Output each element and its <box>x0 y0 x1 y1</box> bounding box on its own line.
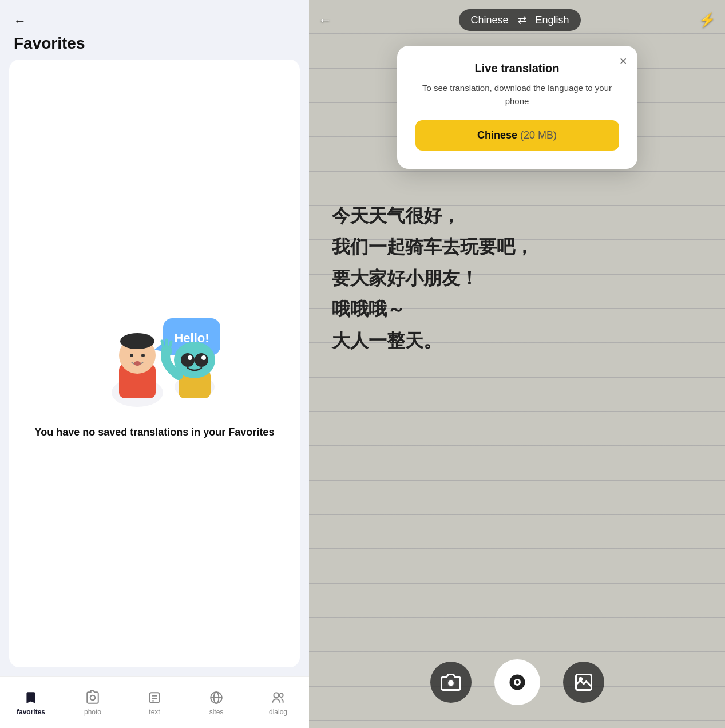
nav-item-text[interactable]: text <box>137 690 172 716</box>
svg-point-20 <box>201 355 206 360</box>
favorites-illustration: Hello! <box>80 287 229 407</box>
svg-point-31 <box>447 680 454 687</box>
lang-pill: Chinese ⇄ English <box>459 9 580 31</box>
download-lang-name: Chinese <box>477 129 517 141</box>
target-lang[interactable]: English <box>536 14 569 26</box>
bottom-controls <box>309 659 725 705</box>
sites-icon <box>208 690 224 706</box>
nav-label-sites: sites <box>209 708 224 716</box>
top-bar: ← Chinese ⇄ English ⚡ <box>309 0 725 40</box>
nav-item-favorites[interactable]: favorites <box>14 690 48 716</box>
svg-point-17 <box>181 353 195 367</box>
svg-line-13 <box>162 341 163 346</box>
camera-capture-icon <box>441 672 461 693</box>
right-panel: 今天天气很好， 我们一起骑车去玩要吧， 要大家好小朋友！ 哦哦哦～ 大人一整天。… <box>309 0 725 728</box>
left-panel: ← Favorites <box>0 0 309 728</box>
download-size: (20 MB) <box>520 129 557 141</box>
nav-label-photo: photo <box>84 708 101 716</box>
modal-title: Live translation <box>415 62 619 75</box>
lang-switcher: Chinese ⇄ English <box>341 9 699 31</box>
nav-item-sites[interactable]: sites <box>199 690 233 716</box>
modal-close-button[interactable]: × <box>620 55 627 68</box>
svg-point-34 <box>516 680 519 684</box>
svg-point-19 <box>188 355 192 360</box>
chinese-line-5: 大人一整天。 <box>332 325 714 356</box>
nav-item-photo[interactable]: photo <box>76 690 110 716</box>
photo-icon <box>85 690 101 706</box>
svg-point-3 <box>120 333 154 349</box>
nav-label-dialog: dialog <box>269 708 287 716</box>
live-translation-modal: × Live translation To see translation, d… <box>397 46 637 169</box>
svg-point-6 <box>134 361 141 366</box>
favorites-icon <box>23 690 39 706</box>
nav-label-text: text <box>149 708 160 716</box>
gallery-button[interactable] <box>563 662 604 703</box>
nav-label-favorites: favorites <box>17 708 45 716</box>
page-title: Favorites <box>14 34 295 53</box>
gallery-icon <box>573 672 594 693</box>
svg-point-5 <box>141 354 145 357</box>
nav-item-dialog[interactable]: dialog <box>261 690 295 716</box>
handwriting-area: 今天天气很好， 我们一起骑车去玩要吧， 要大家好小朋友！ 哦哦哦～ 大人一整天。 <box>332 200 714 356</box>
chinese-line-2: 我们一起骑车去玩要吧， <box>332 231 714 262</box>
text-icon <box>146 690 163 706</box>
download-language-button[interactable]: Chinese (20 MB) <box>415 120 619 151</box>
favorites-content: Hello! <box>9 60 300 667</box>
live-translate-icon <box>507 672 528 693</box>
svg-point-29 <box>274 693 279 698</box>
dialog-icon <box>270 690 286 706</box>
swap-languages-icon[interactable]: ⇄ <box>518 14 526 26</box>
source-lang[interactable]: Chinese <box>470 14 508 26</box>
camera-back-button[interactable]: ← <box>318 12 332 28</box>
svg-point-36 <box>579 678 582 681</box>
back-button[interactable]: ← <box>14 14 295 29</box>
chinese-line-1: 今天天气很好， <box>332 200 714 231</box>
svg-point-21 <box>90 695 96 700</box>
chinese-line-3: 要大家好小朋友！ <box>332 263 714 294</box>
left-header: ← Favorites <box>0 0 309 60</box>
svg-point-4 <box>130 354 133 357</box>
empty-message: You have no saved translations in your F… <box>35 425 275 440</box>
flash-button[interactable]: ⚡ <box>699 12 716 28</box>
bottom-nav: favorites photo text <box>0 676 309 728</box>
camera-capture-button[interactable] <box>430 662 472 703</box>
modal-description: To see translation, download the languag… <box>415 82 619 108</box>
chinese-line-4: 哦哦哦～ <box>332 294 714 325</box>
svg-point-30 <box>279 693 283 697</box>
svg-point-18 <box>195 353 208 367</box>
svg-line-15 <box>170 342 171 346</box>
live-translate-button[interactable] <box>494 659 540 705</box>
